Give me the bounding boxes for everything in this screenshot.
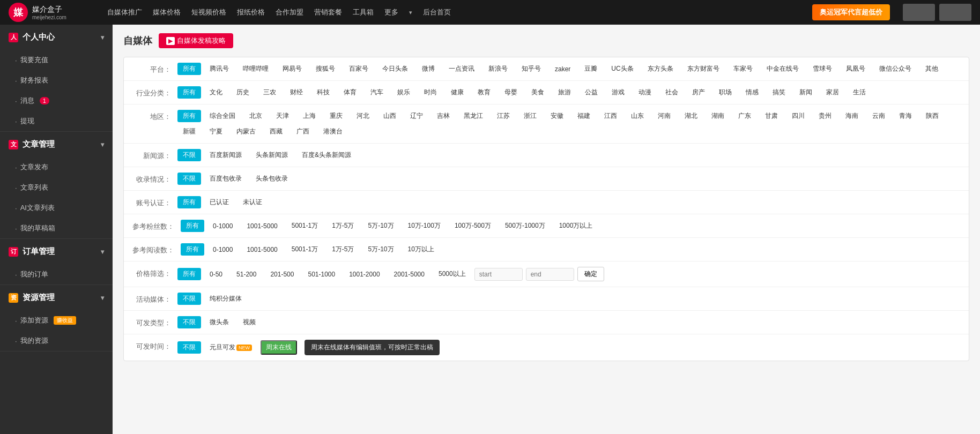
region-tag-jilin[interactable]: 吉林	[432, 110, 455, 122]
industry-tag-home[interactable]: 家居	[821, 86, 844, 99]
industry-tag-sannong[interactable]: 三农	[258, 86, 281, 99]
price-tag-1001-2000[interactable]: 1001-2000	[344, 269, 385, 280]
industry-tag-history[interactable]: 历史	[231, 86, 255, 99]
reads-tag-over-10w[interactable]: 10万以上	[403, 243, 440, 256]
platform-tag-dongfang[interactable]: 东方头条	[642, 63, 679, 75]
region-tag-national[interactable]: 综合全国	[204, 110, 241, 122]
platform-tag-uc[interactable]: UC头条	[606, 63, 639, 75]
post-type-tag-video[interactable]: 视频	[237, 316, 261, 328]
platform-tag-chejia[interactable]: 车家号	[728, 63, 758, 75]
sidebar-header-personal[interactable]: 人 个人中心 ▾	[0, 25, 113, 50]
sidebar-item-message[interactable]: · 消息 1	[0, 91, 113, 111]
industry-tag-health[interactable]: 健康	[446, 86, 469, 99]
nav-link-zm[interactable]: 自媒体推广	[107, 8, 142, 17]
region-tag-hainan[interactable]: 海南	[840, 110, 864, 122]
industry-tag-tech[interactable]: 科技	[311, 86, 335, 99]
price-start-input[interactable]	[474, 268, 523, 281]
region-tag-guangxi[interactable]: 广西	[291, 125, 315, 138]
industry-tag-emotion[interactable]: 情感	[740, 86, 764, 99]
region-tag-chongqing[interactable]: 重庆	[324, 110, 348, 122]
fans-tag-1k-5k[interactable]: 1001-5000	[241, 221, 283, 231]
platform-tag-sina[interactable]: 新浪号	[483, 63, 513, 75]
region-tag-ningxia[interactable]: 宁夏	[204, 125, 228, 138]
platform-tag-sohu[interactable]: 搜狐号	[310, 63, 340, 75]
price-tag-all[interactable]: 所有	[177, 268, 201, 280]
fans-tag-1w-5w[interactable]: 1万-5万	[326, 220, 359, 232]
region-tag-guangdong[interactable]: 广东	[733, 110, 756, 122]
region-tag-sichuan[interactable]: 四川	[786, 110, 810, 122]
reads-tag-all[interactable]: 所有	[181, 243, 204, 256]
news-tag-both[interactable]: 百度&头条新闻源	[296, 149, 357, 161]
platform-tag-bilibili[interactable]: 哔哩哔哩	[237, 63, 274, 75]
platform-tag-douban[interactable]: 豆瓣	[579, 63, 603, 75]
region-tag-anhui[interactable]: 安徽	[545, 110, 569, 122]
industry-tag-life[interactable]: 生活	[848, 86, 871, 99]
reads-tag-1k-5k[interactable]: 1001-5000	[241, 244, 283, 255]
active-media-tag-unlimited[interactable]: 不限	[177, 293, 201, 305]
news-tag-toutiao[interactable]: 头条新闻源	[250, 149, 293, 161]
sidebar-item-recharge[interactable]: · 我要充值	[0, 50, 113, 70]
fans-tag-100w-500w[interactable]: 100万-500万	[449, 220, 496, 232]
news-tag-baidu[interactable]: 百度新闻源	[204, 149, 247, 161]
sidebar-item-publish[interactable]: · 文章发布	[0, 157, 113, 177]
platform-tag-other[interactable]: 其他	[920, 63, 944, 75]
platform-tag-toutiao[interactable]: 今日头条	[377, 63, 413, 75]
sidebar-item-my-order[interactable]: · 我的订单	[0, 264, 113, 285]
industry-tag-culture[interactable]: 文化	[204, 86, 228, 99]
region-tag-qinghai[interactable]: 青海	[894, 110, 917, 122]
sidebar-item-my-resource[interactable]: · 我的资源	[0, 331, 113, 351]
nav-link-partner[interactable]: 合作加盟	[276, 8, 303, 17]
region-tag-fujian[interactable]: 福建	[572, 110, 596, 122]
region-tag-xizang[interactable]: 西藏	[264, 125, 288, 138]
nav-link-marketing[interactable]: 营销套餐	[314, 8, 342, 17]
price-confirm-button[interactable]: 确定	[577, 267, 604, 281]
platform-tag-xueqiu[interactable]: 雪球号	[807, 63, 837, 75]
region-tag-shanxi[interactable]: 山西	[378, 110, 402, 122]
region-tag-gansu[interactable]: 甘肃	[760, 110, 783, 122]
industry-tag-all[interactable]: 所有	[177, 86, 201, 99]
inclusion-tag-baidu[interactable]: 百度包收录	[204, 173, 247, 185]
platform-tag-zhongjin[interactable]: 中金在线号	[761, 63, 804, 75]
platform-tag-zhihu[interactable]: 知乎号	[516, 63, 546, 75]
industry-tag-fashion[interactable]: 时尚	[419, 86, 442, 99]
industry-tag-anime[interactable]: 动漫	[633, 86, 657, 99]
industry-tag-society[interactable]: 社会	[660, 86, 684, 99]
industry-tag-news[interactable]: 新闻	[794, 86, 818, 99]
verify-tag-unverified[interactable]: 未认证	[237, 196, 268, 208]
price-tag-201-500[interactable]: 201-500	[265, 269, 299, 280]
industry-tag-auto[interactable]: 汽车	[365, 86, 389, 99]
platform-tag-netease[interactable]: 网易号	[277, 63, 307, 75]
reads-tag-5k-1w[interactable]: 5001-1万	[286, 243, 323, 256]
region-tag-hunan[interactable]: 湖南	[706, 110, 730, 122]
platform-tag-zaker[interactable]: zaker	[550, 64, 576, 74]
platform-tag-dongfangcaifu[interactable]: 东方财富号	[682, 63, 725, 75]
industry-tag-finance[interactable]: 财经	[285, 86, 308, 99]
nav-link-more[interactable]: 更多	[384, 8, 398, 17]
region-tag-hebei[interactable]: 河北	[351, 110, 375, 122]
region-tag-xinjiang[interactable]: 新疆	[177, 125, 201, 138]
nav-link-video[interactable]: 短视频价格	[191, 8, 226, 17]
fans-tag-all[interactable]: 所有	[181, 220, 204, 232]
price-tag-over-5000[interactable]: 5000以上	[433, 268, 471, 280]
sidebar-item-withdraw[interactable]: · 提现	[0, 111, 113, 131]
region-tag-tianjin[interactable]: 天津	[271, 110, 294, 122]
sidebar-header-article[interactable]: 文 文章管理 ▾	[0, 132, 113, 157]
industry-tag-funny[interactable]: 搞笑	[767, 86, 791, 99]
platform-tag-baijia[interactable]: 百家号	[344, 63, 374, 75]
fans-tag-over-1000w[interactable]: 1000万以上	[554, 220, 598, 232]
inclusion-tag-toutiao[interactable]: 头条包收录	[250, 173, 293, 185]
industry-tag-baby[interactable]: 母婴	[499, 86, 523, 99]
news-tag-unlimited[interactable]: 不限	[177, 149, 201, 161]
region-tag-jiangsu[interactable]: 江苏	[492, 110, 515, 122]
industry-tag-travel[interactable]: 旅游	[553, 86, 576, 99]
region-tag-heilongjiang[interactable]: 黑龙江	[458, 110, 488, 122]
region-tag-zhejiang[interactable]: 浙江	[518, 110, 542, 122]
industry-tag-food[interactable]: 美食	[526, 86, 550, 99]
platform-tag-all[interactable]: 所有	[177, 63, 201, 75]
price-tag-51-200[interactable]: 51-200	[231, 269, 262, 280]
sidebar-item-draft[interactable]: · 我的草稿箱	[0, 218, 113, 238]
industry-tag-public[interactable]: 公益	[580, 86, 603, 99]
active-media-tag-jijian[interactable]: 纯积分媒体	[204, 293, 247, 305]
nav-link-tools[interactable]: 工具箱	[353, 8, 374, 17]
industry-tag-game[interactable]: 游戏	[606, 86, 630, 99]
